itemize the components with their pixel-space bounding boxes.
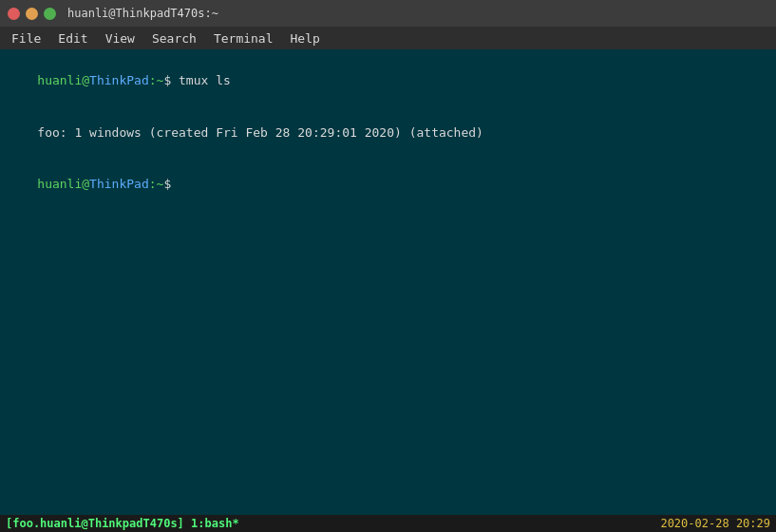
terminal-line-1: huanli@ThinkPad:~$ tmux ls — [8, 55, 768, 107]
menu-file[interactable]: File — [4, 29, 48, 48]
status-session: [foo.huanli@ThinkpadT470s] 1:bash* — [6, 517, 239, 530]
menu-terminal[interactable]: Terminal — [206, 29, 281, 48]
minimize-button[interactable] — [26, 8, 38, 20]
prompt-dollar-3: $ — [163, 177, 171, 191]
maximize-button[interactable] — [44, 8, 56, 20]
status-time: 2020-02-28 20:29 — [660, 517, 770, 530]
prompt-host-3: ThinkPad — [89, 177, 149, 191]
menu-edit[interactable]: Edit — [50, 29, 95, 48]
prompt-colon-1: : — [149, 73, 157, 87]
prompt-colon-3: : — [149, 177, 157, 191]
menu-search[interactable]: Search — [144, 29, 204, 48]
terminal-line-3: huanli@ThinkPad:~$ — [8, 159, 768, 211]
window-title: huanli@ThinkpadT470s:~ — [67, 7, 218, 20]
terminal-area: huanli@ThinkPad:~$ tmux ls foo: 1 window… — [0, 49, 776, 515]
menu-help[interactable]: Help — [283, 29, 328, 48]
prompt-at-3: @ — [82, 177, 89, 191]
prompt-dollar-1: $ — [163, 73, 179, 87]
menu-view[interactable]: View — [98, 29, 142, 48]
prompt-user-3: huanli — [37, 177, 82, 191]
terminal-line-2: foo: 1 windows (created Fri Feb 28 20:29… — [8, 107, 768, 160]
prompt-user-1: huanli — [37, 73, 82, 87]
command-text-1: tmux ls — [179, 73, 231, 87]
output-text-1: foo: 1 windows (created Fri Feb 28 20:29… — [37, 125, 483, 140]
prompt-at-1: @ — [82, 73, 89, 87]
statusbar: [foo.huanli@ThinkpadT470s] 1:bash* 2020-… — [0, 515, 776, 532]
prompt-host-1: ThinkPad — [89, 73, 149, 87]
close-button[interactable] — [8, 8, 20, 20]
titlebar: huanli@ThinkpadT470s:~ — [0, 0, 776, 27]
menubar: File Edit View Search Terminal Help — [0, 27, 776, 49]
